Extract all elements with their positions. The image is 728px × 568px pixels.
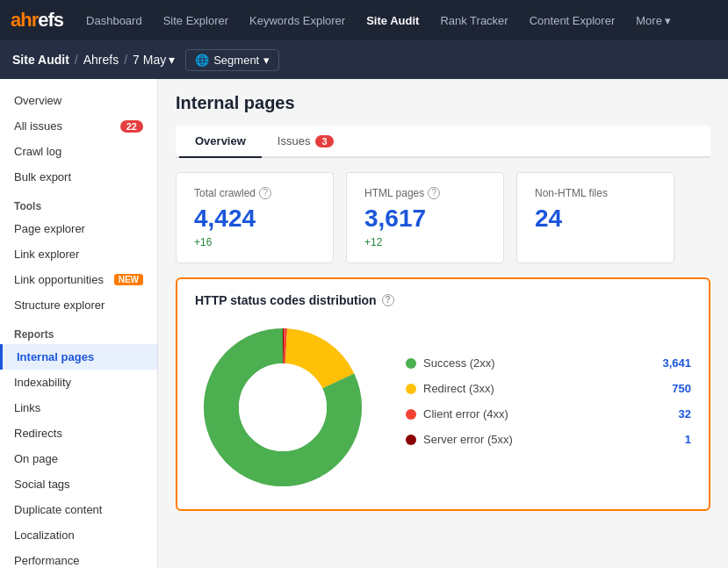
nav-keywords-explorer[interactable]: Keywords Explorer (241, 11, 354, 31)
legend-client-error-value: 32 (679, 407, 691, 421)
tab-overview[interactable]: Overview (179, 126, 262, 158)
legend-client-error: Client error (4xx) 32 (406, 407, 691, 421)
sidebar-item-overview[interactable]: Overview (0, 88, 157, 113)
tools-section-title: Tools (0, 190, 157, 216)
legend-success: Success (2xx) 3,641 (406, 356, 691, 370)
legend-redirect-value: 750 (672, 382, 691, 395)
sidebar-item-link-opportunities[interactable]: Link opportunities NEW (0, 267, 157, 292)
breadcrumb-ahrefs: Ahrefs (83, 53, 119, 67)
chart-legend: Success (2xx) 3,641 Redirect (3xx) 750 C… (406, 356, 691, 458)
issues-tab-badge: 3 (315, 135, 333, 147)
segment-dropdown[interactable]: 🌐 Segment ▾ (185, 49, 279, 71)
breadcrumb-bar: Site Audit / Ahrefs / 7 May ▾ 🌐 Segment … (0, 40, 728, 79)
globe-icon: 🌐 (195, 54, 209, 67)
legend-success-label: Success (2xx) (423, 356, 662, 370)
sidebar-item-link-explorer[interactable]: Link explorer (0, 241, 157, 267)
date-chevron-icon: ▾ (169, 53, 175, 67)
nav-site-explorer[interactable]: Site Explorer (155, 11, 237, 31)
stats-row: Total crawled ? 4,424 +16 HTML pages ? 3… (176, 172, 710, 263)
main-content: Internal pages Overview Issues 3 Total c… (158, 79, 728, 568)
layout: Overview All issues 22 Crawl log Bulk ex… (0, 79, 728, 568)
breadcrumb-sep1: / (75, 53, 78, 67)
stat-html-pages: HTML pages ? 3,617 +12 (346, 172, 504, 263)
link-opportunities-badge: NEW (114, 274, 143, 285)
sidebar-item-redirects[interactable]: Redirects (0, 421, 157, 446)
donut-svg (195, 320, 371, 495)
stat-html-pages-label: HTML pages ? (364, 187, 486, 199)
tabs: Overview Issues 3 (176, 126, 710, 158)
svg-point-5 (239, 363, 327, 451)
more-label: More (636, 14, 662, 27)
sidebar-item-localization[interactable]: Localization (0, 522, 157, 548)
legend-server-error-label: Server error (5xx) (423, 433, 685, 446)
total-crawled-info-icon[interactable]: ? (259, 187, 271, 199)
reports-section-title: Reports (0, 318, 157, 344)
logo: ahrefs (11, 9, 63, 32)
stat-total-crawled: Total crawled ? 4,424 +16 (176, 172, 334, 263)
nav-rank-tracker[interactable]: Rank Tracker (431, 11, 516, 31)
stat-total-crawled-label: Total crawled ? (194, 187, 315, 199)
sidebar: Overview All issues 22 Crawl log Bulk ex… (0, 79, 158, 568)
http-info-icon[interactable]: ? (382, 294, 394, 306)
http-status-card: HTTP status codes distribution ? (176, 277, 710, 511)
legend-client-error-dot (406, 409, 416, 420)
segment-chevron-icon: ▾ (263, 54, 270, 67)
sidebar-item-bulk-export[interactable]: Bulk export (0, 164, 157, 190)
segment-label: Segment (213, 54, 259, 67)
logo-orange: ahr (11, 9, 38, 31)
nav-site-audit[interactable]: Site Audit (357, 11, 428, 31)
legend-server-error-value: 1 (685, 433, 691, 446)
sidebar-item-links[interactable]: Links (0, 395, 157, 421)
legend-redirect-label: Redirect (3xx) (423, 382, 672, 395)
legend-client-error-label: Client error (4xx) (423, 407, 679, 421)
sidebar-item-duplicate-content[interactable]: Duplicate content (0, 497, 157, 522)
breadcrumb-site-audit: Site Audit (12, 53, 69, 67)
stat-non-html-files-label: Non-HTML files (535, 187, 656, 199)
all-issues-badge: 22 (120, 120, 143, 133)
stat-total-crawled-value: 4,424 (194, 205, 315, 233)
breadcrumb-sep2: / (124, 53, 127, 67)
chevron-down-icon: ▾ (665, 14, 671, 27)
stat-non-html-files-value: 24 (535, 205, 656, 233)
logo-white: efs (38, 9, 63, 31)
nav-content-explorer[interactable]: Content Explorer (521, 11, 624, 31)
http-card-title: HTTP status codes distribution ? (195, 293, 691, 307)
sidebar-item-performance[interactable]: Performance (0, 548, 157, 568)
legend-server-error-dot (406, 435, 416, 445)
sidebar-item-crawl-log[interactable]: Crawl log (0, 139, 157, 164)
stat-html-pages-change: +12 (364, 236, 486, 248)
page-title: Internal pages (176, 93, 710, 113)
legend-redirect: Redirect (3xx) 750 (406, 382, 691, 395)
sidebar-item-social-tags[interactable]: Social tags (0, 471, 157, 497)
tab-issues[interactable]: Issues 3 (262, 126, 350, 158)
legend-server-error: Server error (5xx) 1 (406, 433, 691, 446)
stat-html-pages-value: 3,617 (364, 205, 486, 233)
sidebar-item-indexability[interactable]: Indexability (0, 370, 157, 395)
donut-chart (195, 320, 371, 495)
breadcrumb-date[interactable]: 7 May ▾ (133, 53, 175, 67)
stat-non-html-files: Non-HTML files 24 (516, 172, 674, 263)
html-pages-info-icon[interactable]: ? (428, 187, 440, 199)
stat-total-crawled-change: +16 (194, 236, 315, 248)
sidebar-item-all-issues[interactable]: All issues 22 (0, 113, 157, 139)
legend-redirect-dot (406, 384, 416, 394)
sidebar-item-on-page[interactable]: On page (0, 446, 157, 471)
sidebar-item-structure-explorer[interactable]: Structure explorer (0, 292, 157, 318)
legend-success-value: 3,641 (662, 356, 691, 370)
legend-success-dot (406, 358, 416, 369)
chart-legend-area: Success (2xx) 3,641 Redirect (3xx) 750 C… (195, 320, 691, 495)
sidebar-item-internal-pages[interactable]: Internal pages (0, 344, 157, 370)
nav-more[interactable]: More ▾ (627, 11, 680, 31)
top-navigation: ahrefs Dashboard Site Explorer Keywords … (0, 0, 728, 40)
nav-dashboard[interactable]: Dashboard (77, 11, 151, 31)
sidebar-item-page-explorer[interactable]: Page explorer (0, 216, 157, 241)
